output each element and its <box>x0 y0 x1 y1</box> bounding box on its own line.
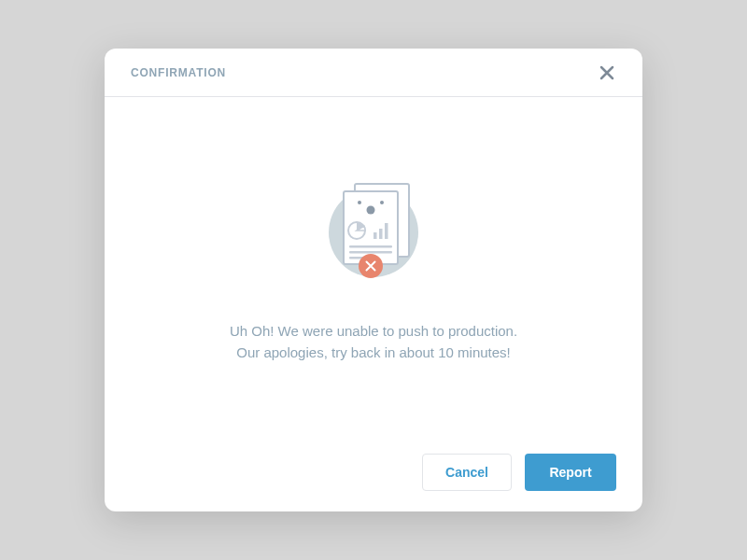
close-button[interactable] <box>598 63 616 82</box>
cancel-button[interactable]: Cancel <box>422 454 512 491</box>
document-error-icon <box>308 167 439 298</box>
modal-title: CONFIRMATION <box>131 66 226 79</box>
svg-rect-10 <box>349 245 392 248</box>
modal-body: Uh Oh! We were unable to push to product… <box>105 97 642 433</box>
svg-point-4 <box>380 201 384 204</box>
message-line-2: Our apologies, try back in about 10 minu… <box>230 342 517 363</box>
error-illustration <box>308 167 439 298</box>
modal-footer: Cancel Report <box>105 433 642 511</box>
modal-header: CONFIRMATION <box>105 49 642 97</box>
svg-rect-8 <box>379 229 383 239</box>
svg-rect-7 <box>374 232 377 239</box>
svg-rect-9 <box>385 223 388 239</box>
svg-rect-11 <box>349 251 392 254</box>
svg-point-5 <box>367 205 375 214</box>
error-message: Uh Oh! We were unable to push to product… <box>230 320 517 364</box>
confirmation-modal: CONFIRMATION <box>105 49 642 511</box>
report-button[interactable]: Report <box>525 454 616 491</box>
close-icon <box>599 64 615 81</box>
svg-point-3 <box>358 201 361 204</box>
message-line-1: Uh Oh! We were unable to push to product… <box>230 320 517 342</box>
